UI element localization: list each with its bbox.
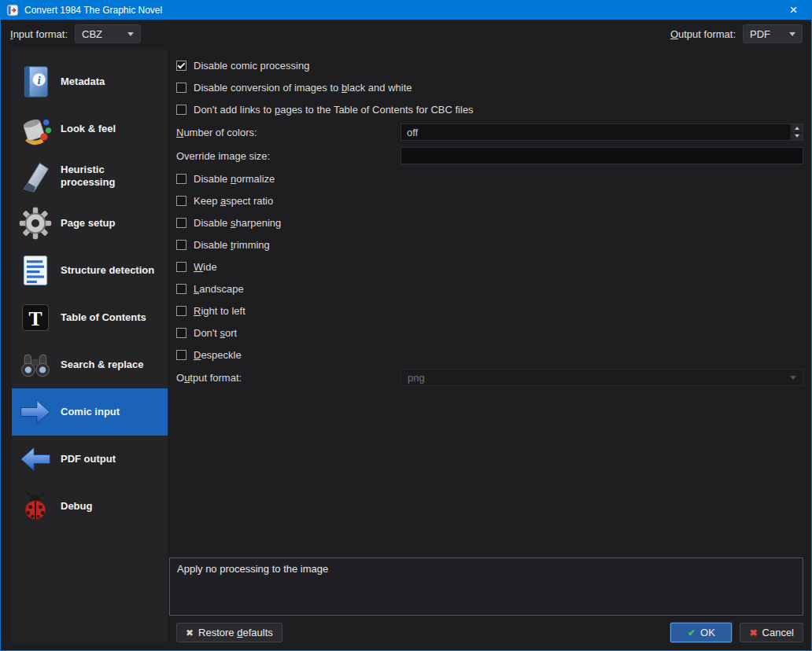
sidebar-item-page-setup[interactable]: Page setup [12,200,168,247]
format-bar: Input format: CBZ Output format: PDF [1,20,811,48]
dont-sort-checkbox[interactable] [176,328,186,338]
no-toc-links-label[interactable]: Don't add links to pages to the Table of… [194,104,474,116]
override-image-size-label: Override image size: [176,150,400,162]
chevron-down-icon [127,32,134,36]
output-format-combobox[interactable]: PDF [743,24,803,43]
sections-sidebar: i Metadata [12,50,168,642]
sidebar-item-label: PDF output [61,453,161,465]
sidebar-item-label: Search & replace [61,359,161,371]
checkbox-row: Keep aspect ratio [169,189,803,211]
disable-sharpening-label[interactable]: Disable sharpening [194,217,281,229]
number-of-colors-label: Number of colors: [176,127,400,138]
window-title: Convert 1984 The Graphic Novel [24,5,776,16]
app-icon [6,4,19,17]
sidebar-item-label: Table of Contents [61,311,161,324]
disable-bw-conversion-label[interactable]: Disable conversion of images to black an… [194,82,412,94]
checkbox-row: Don't add links to pages to the Table of… [169,98,803,120]
triangle-up-icon [795,127,799,130]
disable-trimming-label[interactable]: Disable trimming [194,239,270,251]
cancel-button[interactable]: ✖ Cancel [740,623,803,642]
disable-trimming-checkbox[interactable] [176,240,186,250]
dialog-footer: ✖ Restore defaults ✔ OK ✖ Cancel [169,623,803,642]
comic-output-format-label: Output format: [176,372,400,384]
spin-up-button[interactable] [791,124,803,133]
number-of-colors-spinbox[interactable]: off [400,123,803,141]
disable-comic-processing-label[interactable]: Disable comic processing [194,60,309,72]
ladybug-icon [17,487,54,525]
help-text-box: Apply no processing to the image [169,557,803,616]
checkbox-row: Disable comic processing [169,54,803,76]
cross-icon: ✖ [749,627,757,638]
gear-icon [17,204,54,242]
sidebar-item-label: Page setup [61,217,161,230]
sidebar-item-heuristic-processing[interactable]: Heuristic processing [12,153,168,200]
input-format-value: CBZ [82,28,102,40]
sidebar-item-pdf-output[interactable]: PDF output [12,436,168,483]
spin-down-button[interactable] [791,133,803,141]
disable-bw-conversion-checkbox[interactable] [176,83,186,93]
sidebar-item-table-of-contents[interactable]: T Table of Contents [12,294,168,341]
checkbox-row: Wide [169,256,803,278]
brush-sweep-icon [17,157,54,195]
svg-text:i: i [38,75,41,86]
disable-normalize-label[interactable]: Disable normalize [194,173,275,185]
ok-label: OK [700,627,715,638]
cross-icon: ✖ [186,627,194,638]
disable-sharpening-checkbox[interactable] [176,218,186,228]
close-button[interactable]: × [776,1,811,20]
chevron-down-icon [790,376,796,380]
dialog-content: i Metadata [1,48,811,650]
sidebar-item-label: Look & feel [61,123,161,135]
check-icon: ✔ [688,627,696,638]
right-to-left-checkbox[interactable] [176,306,186,316]
comic-output-format-value: png [408,372,425,384]
checkbox-row: Landscape [169,278,803,300]
sidebar-item-label: Heuristic processing [61,164,161,188]
sidebar-item-comic-input[interactable]: Comic input [12,388,168,436]
book-info-icon: i [17,63,54,101]
checkbox-row: Disable sharpening [169,211,803,234]
despeckle-checkbox[interactable] [176,350,186,360]
landscape-checkbox[interactable] [176,284,186,294]
checkbox-row: Don't sort [169,322,803,344]
cancel-label: Cancel [762,627,794,638]
restore-defaults-button[interactable]: ✖ Restore defaults [176,623,282,642]
sidebar-item-label: Structure detection [61,264,161,277]
sidebar-item-metadata[interactable]: i Metadata [12,58,168,105]
override-image-size-input[interactable] [400,147,803,164]
chevron-down-icon [789,32,795,36]
binoculars-icon [17,346,54,384]
sidebar-item-look-and-feel[interactable]: Look & feel [12,105,168,153]
input-format-combobox[interactable]: CBZ [75,24,141,43]
wide-checkbox[interactable] [176,262,186,272]
comic-input-panel: Disable comic processing Disable convers… [169,50,803,642]
spinbox-value: off [407,127,418,138]
sidebar-item-label: Debug [61,500,161,513]
wide-label[interactable]: Wide [194,261,217,273]
help-text: Apply no processing to the image [177,563,328,575]
output-format-row: Output format: png [169,366,803,389]
input-format-label: Input format: [10,28,68,40]
sidebar-item-search-and-replace[interactable]: Search & replace [12,341,168,388]
disable-comic-processing-checkbox[interactable] [176,61,186,71]
letter-t-tile-icon: T [17,299,54,337]
title-bar: Convert 1984 The Graphic Novel × [1,1,811,20]
sidebar-item-label: Metadata [61,75,161,88]
disable-normalize-checkbox[interactable] [176,174,186,184]
arrow-right-icon [17,393,54,431]
override-image-size-row: Override image size: [169,144,803,167]
ok-button[interactable]: ✔ OK [670,623,732,642]
output-format-label: Output format: [670,28,736,40]
landscape-label[interactable]: Landscape [194,283,244,295]
sidebar-item-structure-detection[interactable]: Structure detection [12,247,168,294]
right-to-left-label[interactable]: Right to left [194,305,245,317]
number-of-colors-row: Number of colors: off [169,120,803,144]
keep-aspect-ratio-label[interactable]: Keep aspect ratio [194,195,273,207]
no-toc-links-checkbox[interactable] [176,105,186,115]
dont-sort-label[interactable]: Don't sort [194,327,237,339]
despeckle-label[interactable]: Despeckle [194,349,242,361]
paint-can-icon [17,110,54,148]
checkbox-row: Disable normalize [169,167,803,189]
sidebar-item-debug[interactable]: Debug [12,483,168,530]
keep-aspect-ratio-checkbox[interactable] [176,196,186,206]
